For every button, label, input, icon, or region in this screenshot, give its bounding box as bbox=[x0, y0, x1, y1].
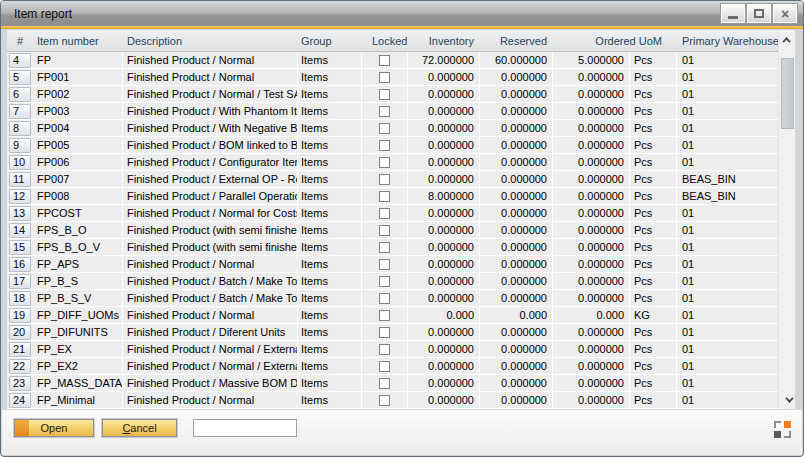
primary-warehouse-cell[interactable]: 01 bbox=[677, 222, 778, 238]
table-row[interactable]: 21 FP_EX Finished Product / Normal / Ext… bbox=[7, 341, 778, 358]
locked-checkbox[interactable] bbox=[379, 208, 390, 219]
row-number[interactable]: 20 bbox=[9, 325, 31, 340]
primary-warehouse-cell[interactable]: 01 bbox=[677, 375, 778, 391]
item-number-cell[interactable]: FP_Minimal bbox=[33, 392, 123, 408]
item-number-cell[interactable]: FP_EX2 bbox=[33, 358, 123, 374]
row-number[interactable]: 8 bbox=[9, 121, 31, 136]
column-header-reserved[interactable]: Reserved bbox=[480, 30, 553, 51]
inventory-cell[interactable]: 0.000000 bbox=[408, 222, 480, 238]
row-number-cell[interactable]: 5 bbox=[7, 69, 33, 85]
uom-cell[interactable]: Pcs bbox=[630, 392, 677, 408]
uom-cell[interactable]: Pcs bbox=[630, 324, 677, 340]
reserved-cell[interactable]: 0.000000 bbox=[480, 69, 553, 85]
row-number-cell[interactable]: 23 bbox=[7, 375, 33, 391]
locked-checkbox[interactable] bbox=[379, 123, 390, 134]
item-number-cell[interactable]: FP007 bbox=[33, 171, 123, 187]
primary-warehouse-cell[interactable]: 01 bbox=[677, 358, 778, 374]
reserved-cell[interactable]: 0.000000 bbox=[480, 324, 553, 340]
table-row[interactable]: 11 FP007 Finished Product / External OP … bbox=[7, 171, 778, 188]
uom-cell[interactable]: KG bbox=[630, 307, 677, 323]
description-cell[interactable]: Finished Product / Normal bbox=[123, 392, 298, 408]
row-number[interactable]: 17 bbox=[9, 274, 31, 289]
description-cell[interactable]: Finished Product / Normal / External O bbox=[123, 341, 298, 357]
item-number-cell[interactable]: FPS_B_O_V bbox=[33, 239, 123, 255]
ordered-cell[interactable]: 0.000000 bbox=[553, 120, 630, 136]
inventory-cell[interactable]: 0.000000 bbox=[408, 120, 480, 136]
item-number-cell[interactable]: FP_APS bbox=[33, 256, 123, 272]
description-cell[interactable]: Finished Product / External OP - Receip bbox=[123, 171, 298, 187]
primary-warehouse-cell[interactable]: 01 bbox=[677, 69, 778, 85]
uom-cell[interactable]: Pcs bbox=[630, 52, 677, 68]
description-cell[interactable]: Finished Product / Normal for Costs bbox=[123, 205, 298, 221]
ordered-cell[interactable]: 0.000000 bbox=[553, 341, 630, 357]
reserved-cell[interactable]: 0.000000 bbox=[480, 205, 553, 221]
reserved-cell[interactable]: 0.000000 bbox=[480, 273, 553, 289]
table-row[interactable]: 12 FP008 Finished Product / Parallel Ope… bbox=[7, 188, 778, 205]
inventory-cell[interactable]: 0.000000 bbox=[408, 324, 480, 340]
inventory-cell[interactable]: 0.000000 bbox=[408, 205, 480, 221]
table-row[interactable]: 20 FP_DIFUNITS Finished Product / Difere… bbox=[7, 324, 778, 341]
description-cell[interactable]: Finished Product / Batch / Make To Sto bbox=[123, 290, 298, 306]
row-number-cell[interactable]: 15 bbox=[7, 239, 33, 255]
item-number-cell[interactable]: FP005 bbox=[33, 137, 123, 153]
group-cell[interactable]: Items bbox=[298, 341, 362, 357]
item-number-cell[interactable]: FP_MASS_DATA bbox=[33, 375, 123, 391]
primary-warehouse-cell[interactable]: 01 bbox=[677, 307, 778, 323]
ordered-cell[interactable]: 0.000000 bbox=[553, 154, 630, 170]
description-cell[interactable]: Finished Product / Normal / Test SAP a bbox=[123, 86, 298, 102]
inventory-cell[interactable]: 0.000000 bbox=[408, 86, 480, 102]
scroll-down-button[interactable] bbox=[779, 392, 796, 407]
inventory-cell[interactable]: 0.000000 bbox=[408, 171, 480, 187]
table-row[interactable]: 6 FP002 Finished Product / Normal / Test… bbox=[7, 86, 778, 103]
primary-warehouse-cell[interactable]: 01 bbox=[677, 120, 778, 136]
table-row[interactable]: 14 FPS_B_O Finished Product (with semi f… bbox=[7, 222, 778, 239]
description-cell[interactable]: Finished Product / Parallel Operations bbox=[123, 188, 298, 204]
inventory-cell[interactable]: 0.000 bbox=[408, 307, 480, 323]
reserved-cell[interactable]: 0.000000 bbox=[480, 171, 553, 187]
description-cell[interactable]: Finished Product / Normal bbox=[123, 256, 298, 272]
group-cell[interactable]: Items bbox=[298, 222, 362, 238]
row-number[interactable]: 10 bbox=[9, 155, 31, 170]
row-number-cell[interactable]: 18 bbox=[7, 290, 33, 306]
description-cell[interactable]: Finished Product / Massive BOM Data bbox=[123, 375, 298, 391]
item-number-cell[interactable]: FP_DIFF_UOMs bbox=[33, 307, 123, 323]
primary-warehouse-cell[interactable]: 01 bbox=[677, 239, 778, 255]
reserved-cell[interactable]: 0.000000 bbox=[480, 341, 553, 357]
item-number-cell[interactable]: FP004 bbox=[33, 120, 123, 136]
locked-checkbox[interactable] bbox=[379, 191, 390, 202]
description-cell[interactable]: Finished Product / Normal / External O bbox=[123, 358, 298, 374]
inventory-cell[interactable]: 0.000000 bbox=[408, 239, 480, 255]
locked-checkbox[interactable] bbox=[379, 174, 390, 185]
locked-checkbox[interactable] bbox=[379, 157, 390, 168]
uom-cell[interactable]: Pcs bbox=[630, 171, 677, 187]
uom-cell[interactable]: Pcs bbox=[630, 358, 677, 374]
table-row[interactable]: 4 FP Finished Product / Normal Items 72.… bbox=[7, 52, 778, 69]
ordered-cell[interactable]: 0.000000 bbox=[553, 222, 630, 238]
table-row[interactable]: 24 FP_Minimal Finished Product / Normal … bbox=[7, 392, 778, 409]
uom-cell[interactable]: Pcs bbox=[630, 120, 677, 136]
locked-checkbox[interactable] bbox=[379, 140, 390, 151]
group-cell[interactable]: Items bbox=[298, 205, 362, 221]
row-number[interactable]: 23 bbox=[9, 376, 31, 391]
inventory-cell[interactable]: 0.000000 bbox=[408, 341, 480, 357]
primary-warehouse-cell[interactable]: BEAS_BIN bbox=[677, 171, 778, 187]
close-button[interactable]: × bbox=[773, 4, 797, 23]
locked-checkbox[interactable] bbox=[379, 378, 390, 389]
row-number-cell[interactable]: 20 bbox=[7, 324, 33, 340]
table-row[interactable]: 5 FP001 Finished Product / Normal Items … bbox=[7, 69, 778, 86]
row-number-cell[interactable]: 6 bbox=[7, 86, 33, 102]
inventory-cell[interactable]: 0.000000 bbox=[408, 358, 480, 374]
ordered-cell[interactable]: 0.000000 bbox=[553, 188, 630, 204]
description-cell[interactable]: Finished Product / Normal bbox=[123, 307, 298, 323]
ordered-cell[interactable]: 0.000000 bbox=[553, 256, 630, 272]
ordered-cell[interactable]: 0.000000 bbox=[553, 290, 630, 306]
row-number[interactable]: 18 bbox=[9, 291, 31, 306]
reserved-cell[interactable]: 0.000000 bbox=[480, 86, 553, 102]
column-header-rownum[interactable]: # bbox=[7, 30, 33, 51]
description-cell[interactable]: Finished Product / Configurator Item bbox=[123, 154, 298, 170]
row-number-cell[interactable]: 16 bbox=[7, 256, 33, 272]
ordered-cell[interactable]: 0.000000 bbox=[553, 324, 630, 340]
primary-warehouse-cell[interactable]: 01 bbox=[677, 137, 778, 153]
group-cell[interactable]: Items bbox=[298, 86, 362, 102]
table-row[interactable]: 17 FP_B_S Finished Product / Batch / Mak… bbox=[7, 273, 778, 290]
